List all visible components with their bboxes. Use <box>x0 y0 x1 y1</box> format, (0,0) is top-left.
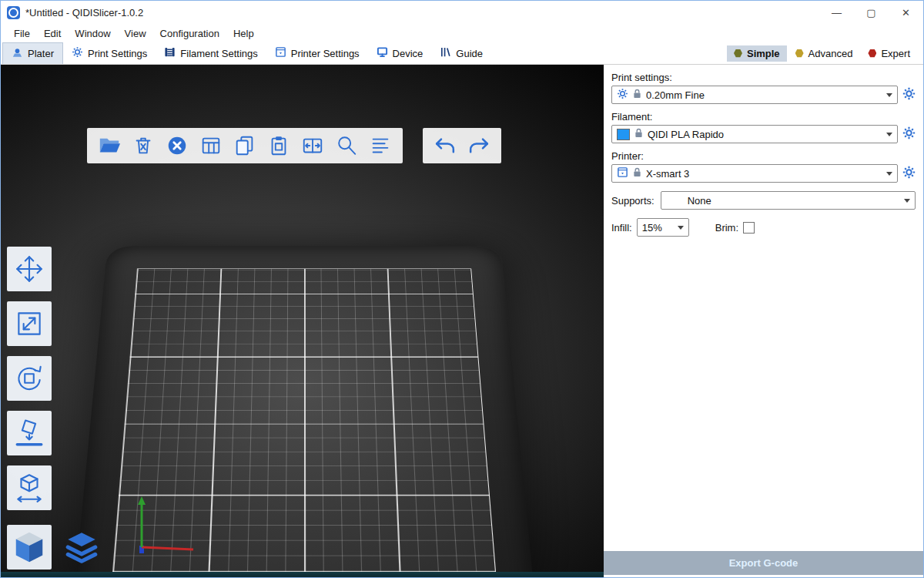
filament-combo[interactable]: QIDI PLA Rapido <box>611 125 898 143</box>
lock-icon <box>633 167 641 180</box>
chevron-down-icon <box>678 226 684 230</box>
mode-advanced[interactable]: Advanced <box>788 45 860 62</box>
brim-checkbox[interactable] <box>743 222 755 234</box>
tab-label: Printer Settings <box>291 48 360 59</box>
mode-simple[interactable]: Simple <box>727 45 787 62</box>
3d-viewport[interactable] <box>1 65 604 577</box>
tab-printer-settings[interactable]: Printer Settings <box>266 42 368 64</box>
menu-bar: File Edit Window View Configuration Help <box>1 24 923 42</box>
gear-icon <box>617 88 628 102</box>
undo-redo-toolbar <box>423 128 501 163</box>
print-settings-combo[interactable]: 0.20mm Fine <box>611 86 898 104</box>
filament-label: Filament: <box>611 111 916 123</box>
copy-button[interactable] <box>233 134 256 157</box>
export-gcode-button[interactable]: Export G-code <box>604 551 923 575</box>
printer-icon <box>275 46 286 60</box>
device-icon <box>377 46 388 60</box>
tab-plater[interactable]: Plater <box>2 42 63 64</box>
chevron-down-icon <box>904 199 910 203</box>
split-button[interactable] <box>301 134 324 157</box>
redo-button[interactable] <box>467 134 490 157</box>
delete-all-button[interactable] <box>166 134 189 157</box>
filament-icon <box>164 46 176 60</box>
measure-button[interactable] <box>7 465 52 510</box>
arrange-button[interactable] <box>199 134 223 157</box>
axis-gizmo-icon <box>130 479 203 556</box>
tab-filament-settings[interactable]: Filament Settings <box>156 42 266 64</box>
infill-label: Infill: <box>611 222 632 234</box>
chevron-down-icon <box>886 172 892 176</box>
simple-mode-dot-icon <box>734 49 742 58</box>
app-window: *Untitled - QIDISlicer-1.0.2 — ▢ ✕ File … <box>0 0 924 578</box>
printer-combo[interactable]: X-smart 3 <box>611 164 898 183</box>
print-settings-value: 0.20mm Fine <box>646 89 882 101</box>
supports-value: None <box>666 195 899 207</box>
lock-icon <box>633 89 641 101</box>
tab-guide[interactable]: Guide <box>431 42 491 64</box>
settings-sidebar: Print settings: 0.20mm Fine Filament: <box>604 65 923 577</box>
expert-mode-dot-icon <box>868 49 876 58</box>
advanced-mode-dot-icon <box>795 49 804 58</box>
close-button[interactable]: ✕ <box>889 1 923 24</box>
gear-icon <box>72 46 83 60</box>
chevron-down-icon <box>886 93 892 97</box>
filament-gear-button[interactable] <box>902 126 916 142</box>
menu-help[interactable]: Help <box>226 25 261 42</box>
infill-combo[interactable]: 15% <box>637 218 689 237</box>
tab-label: Guide <box>456 48 483 59</box>
print-settings-gear-button[interactable] <box>902 87 916 102</box>
mode-label: Advanced <box>808 48 853 59</box>
3d-editor-view-button[interactable] <box>7 525 52 570</box>
mode-expert[interactable]: Expert <box>861 45 917 62</box>
scale-button[interactable] <box>7 301 52 346</box>
app-logo-icon <box>7 6 20 19</box>
tab-label: Filament Settings <box>180 48 257 59</box>
rotate-button[interactable] <box>7 356 52 401</box>
mode-label: Simple <box>747 48 780 59</box>
paste-button[interactable] <box>267 134 290 157</box>
printer-label: Printer: <box>611 150 916 162</box>
viewport-bottom-strip <box>1 572 604 577</box>
tab-device[interactable]: Device <box>368 42 432 64</box>
tab-print-settings[interactable]: Print Settings <box>63 42 156 64</box>
window-controls: — ▢ ✕ <box>819 1 923 24</box>
printer-icon <box>617 166 628 180</box>
open-button[interactable] <box>98 134 121 157</box>
tab-label: Print Settings <box>88 48 147 59</box>
maximize-button[interactable]: ▢ <box>854 1 889 24</box>
menu-file[interactable]: File <box>7 25 37 42</box>
chevron-down-icon <box>886 133 892 136</box>
printer-value: X-smart 3 <box>646 168 882 180</box>
menu-configuration[interactable]: Configuration <box>153 25 226 42</box>
window-title: *Untitled - QIDISlicer-1.0.2 <box>25 7 143 18</box>
view-mode-toggles <box>7 525 104 570</box>
search-icon[interactable] <box>335 134 358 157</box>
plater-icon <box>12 47 23 61</box>
guide-icon <box>440 46 451 60</box>
viewport-toolbar <box>87 128 403 163</box>
minimize-button[interactable]: — <box>819 1 854 24</box>
filament-value: QIDI PLA Rapido <box>648 129 882 140</box>
filament-color-swatch <box>617 129 630 140</box>
mode-label: Expert <box>881 48 910 59</box>
title-bar: *Untitled - QIDISlicer-1.0.2 — ▢ ✕ <box>1 1 923 24</box>
place-on-face-button[interactable] <box>7 411 52 455</box>
layer-height-button[interactable] <box>369 134 392 157</box>
brim-label: Brim: <box>715 222 738 234</box>
mode-switcher: Simple Advanced Expert <box>727 42 923 64</box>
infill-value: 15% <box>642 222 673 234</box>
undo-button[interactable] <box>434 134 457 157</box>
main-area: Print settings: 0.20mm Fine Filament: <box>1 65 923 577</box>
menu-edit[interactable]: Edit <box>37 25 68 42</box>
object-manipulation-toolbar <box>7 247 52 510</box>
menu-view[interactable]: View <box>118 25 153 42</box>
print-settings-label: Print settings: <box>611 72 916 83</box>
tab-label: Device <box>393 48 424 59</box>
supports-combo[interactable]: None <box>661 191 916 210</box>
supports-label: Supports: <box>611 195 654 207</box>
layers-preview-button[interactable] <box>59 525 104 570</box>
printer-gear-button[interactable] <box>902 166 916 181</box>
delete-button[interactable] <box>132 134 155 157</box>
move-button[interactable] <box>7 247 52 291</box>
menu-window[interactable]: Window <box>68 25 117 42</box>
